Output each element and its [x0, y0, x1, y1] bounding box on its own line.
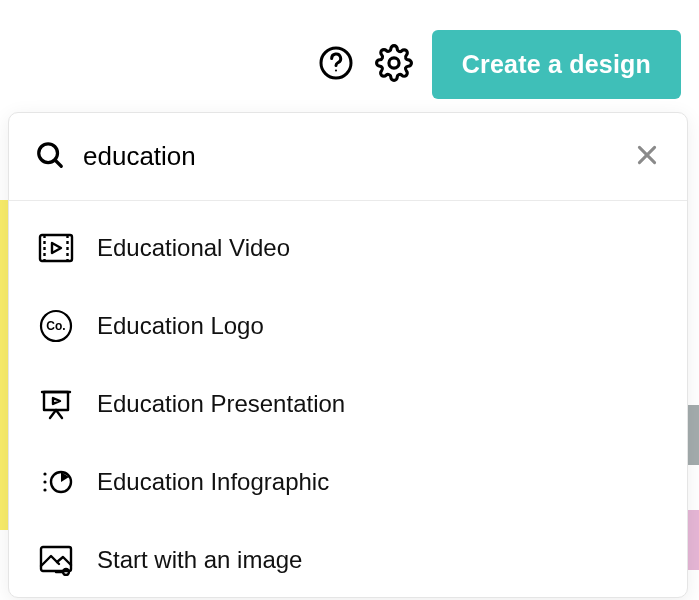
svg-marker-10 [52, 243, 61, 253]
video-play-icon [37, 229, 75, 267]
top-toolbar: Create a design [316, 30, 681, 99]
create-design-button[interactable]: Create a design [432, 30, 681, 99]
svg-point-20 [43, 488, 46, 491]
suggestion-item[interactable]: Co. Education Logo [9, 287, 687, 365]
infographic-icon [37, 463, 75, 501]
background-patch [0, 200, 8, 530]
suggestion-label: Education Infographic [97, 468, 329, 496]
svg-line-17 [56, 410, 62, 418]
svg-line-4 [55, 160, 61, 166]
presentation-icon [37, 385, 75, 423]
svg-rect-14 [44, 392, 68, 410]
gear-icon [375, 44, 413, 85]
help-icon [318, 45, 354, 84]
clear-search-button[interactable] [629, 139, 665, 175]
suggestion-item[interactable]: Start with an image [9, 521, 687, 598]
svg-marker-15 [53, 398, 60, 404]
svg-point-2 [389, 58, 399, 68]
svg-text:Co.: Co. [46, 319, 65, 333]
suggestion-item[interactable]: Education Infographic [9, 443, 687, 521]
svg-point-18 [43, 472, 46, 475]
search-input[interactable] [83, 141, 611, 172]
search-panel: Educational Video Co. Education Logo [8, 112, 688, 598]
search-suggestions: Educational Video Co. Education Logo [9, 201, 687, 598]
suggestion-label: Education Logo [97, 312, 264, 340]
svg-point-19 [43, 480, 46, 483]
suggestion-item[interactable]: Educational Video [9, 209, 687, 287]
search-icon [35, 140, 65, 174]
help-button[interactable] [316, 45, 356, 85]
suggestion-item[interactable]: Education Presentation [9, 365, 687, 443]
suggestion-label: Educational Video [97, 234, 290, 262]
svg-point-1 [335, 69, 337, 71]
suggestion-label: Education Presentation [97, 390, 345, 418]
search-row [9, 113, 687, 201]
background-patch [688, 405, 699, 465]
image-icon [37, 541, 75, 579]
logo-co-icon: Co. [37, 307, 75, 345]
suggestion-label: Start with an image [97, 546, 302, 574]
close-icon [634, 142, 660, 171]
svg-line-16 [50, 410, 56, 418]
background-patch [688, 510, 699, 570]
settings-button[interactable] [374, 45, 414, 85]
